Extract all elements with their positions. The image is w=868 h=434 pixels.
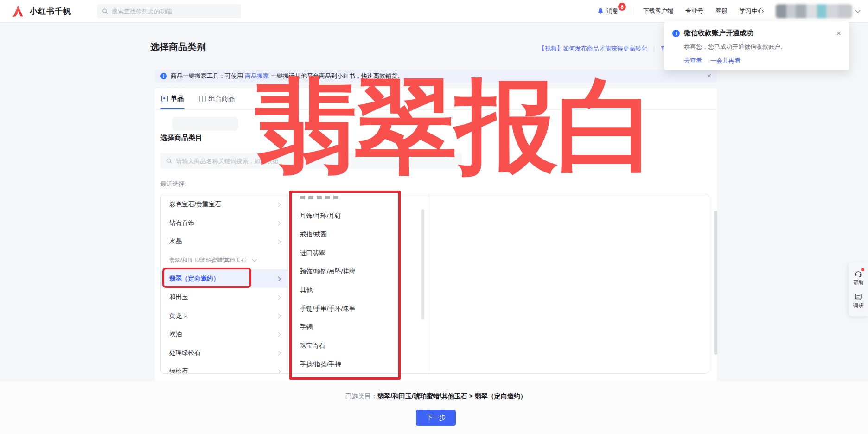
wechat-payment-toast: i 微信收款账户开通成功 × 恭喜您，您已成功开通微信收款账户。 去查看 一会儿… bbox=[664, 21, 849, 70]
tab-single-product[interactable]: 单品 bbox=[161, 88, 184, 109]
nav-learning-center[interactable]: 学习中心 bbox=[740, 7, 764, 15]
nav-download-client[interactable]: 下载客户端 bbox=[643, 7, 673, 15]
search-icon bbox=[166, 158, 172, 164]
category-item[interactable]: 其他 bbox=[288, 281, 429, 300]
migration-tool-banner: i 商品一键搬家工具：可使用 商品搬家 一键搬迁其他平台商品到小红书，快速高效铺… bbox=[155, 70, 717, 83]
level2-scrollbar[interactable] bbox=[421, 209, 424, 319]
chevron-right-icon bbox=[276, 313, 281, 318]
chevron-right-icon bbox=[276, 369, 281, 373]
messages-badge: 8 bbox=[618, 3, 626, 11]
category-group-label[interactable]: 翡翠/和田玉/琥珀蜜蜡/其他玉石 bbox=[161, 251, 287, 269]
chevron-right-icon bbox=[276, 239, 281, 244]
global-search-input[interactable] bbox=[112, 8, 236, 15]
toast-later-link[interactable]: 一会儿再看 bbox=[710, 57, 740, 65]
chevron-right-icon bbox=[276, 351, 281, 355]
tab-label: 单品 bbox=[171, 95, 184, 103]
category-item[interactable]: 戒指/戒圈 bbox=[288, 225, 429, 244]
toast-header: i 微信收款账户开通成功 × bbox=[672, 29, 841, 38]
page-scrollbar[interactable] bbox=[714, 211, 717, 355]
chevron-right-icon bbox=[276, 332, 281, 337]
nav-professional-account[interactable]: 专业号 bbox=[685, 7, 703, 15]
floating-side-tools: 帮助 调研 bbox=[849, 262, 868, 316]
banner-close-icon[interactable]: × bbox=[707, 72, 711, 80]
selected-category-label: 已选类目： bbox=[345, 392, 377, 400]
toast-body: 恭喜您，您已成功开通微信收款账户。 bbox=[684, 43, 841, 51]
toast-close-icon[interactable]: × bbox=[836, 29, 841, 38]
category-item[interactable]: 手镯 bbox=[288, 318, 429, 337]
video-help-link[interactable]: 【视频】如何发布商品才能获得更高转化 bbox=[539, 45, 647, 53]
user-account-menu[interactable] bbox=[776, 4, 860, 18]
selected-category-line: 已选类目：翡翠/和田玉/琥珀蜜蜡/其他玉石 > 翡翠（定向邀约） bbox=[155, 392, 717, 401]
category-item[interactable]: 绿松石 bbox=[161, 362, 287, 373]
category-item-selected[interactable]: 翡翠（定向邀约） bbox=[161, 269, 287, 288]
category-item[interactable]: 欧泊 bbox=[161, 325, 287, 344]
category-column-level3-empty bbox=[429, 194, 709, 373]
chevron-right-icon bbox=[276, 221, 281, 225]
brand-logo-icon bbox=[11, 4, 25, 18]
survey-label: 调研 bbox=[853, 302, 863, 309]
search-icon bbox=[102, 8, 108, 14]
banner-migration-link[interactable]: 商品搬家 bbox=[245, 72, 269, 80]
single-product-icon bbox=[161, 96, 168, 102]
main-panel: 单品 组合商品 选择商品类目 最近选择: 彩色宝石/贵重宝石 bbox=[155, 88, 717, 381]
help-button[interactable]: 帮助 bbox=[849, 266, 868, 289]
screen: 小红书千帆 消息 8 下载客户端 专业号 客服 学 bbox=[0, 0, 868, 434]
chevron-right-icon bbox=[276, 295, 281, 300]
recent-select-label: 最近选择: bbox=[160, 180, 186, 188]
next-step-button[interactable]: 下一步 bbox=[416, 410, 456, 426]
category-item[interactable]: 钻石首饰 bbox=[161, 214, 287, 232]
help-label: 帮助 bbox=[853, 279, 863, 286]
nav-divider bbox=[631, 7, 631, 15]
category-item[interactable]: 颈饰/项链/吊坠/挂牌 bbox=[288, 262, 429, 281]
category-item[interactable]: 手捻/指捻/手持 bbox=[288, 355, 429, 373]
category-item[interactable]: 手链/手串/手环/珠串 bbox=[288, 300, 429, 318]
tab-label: 组合商品 bbox=[209, 95, 235, 103]
level2-rows: 耳饰/耳环/耳钉 戒指/戒圈 进口翡翠 颈饰/项链/吊坠/挂牌 其他 手链/手串… bbox=[288, 207, 429, 373]
toast-view-link[interactable]: 去查看 bbox=[684, 57, 702, 65]
brand-title: 小红书千帆 bbox=[30, 6, 71, 17]
navbar-left: 小红书千帆 bbox=[0, 4, 241, 18]
banner-text-prefix: 商品一键搬家工具：可使用 bbox=[171, 72, 243, 80]
category-picker: 彩色宝石/贵重宝石 钻石首饰 水晶 翡翠/和田玉/琥珀蜜蜡/其他玉石 翡翠（定向… bbox=[160, 194, 709, 374]
messages-button[interactable]: 消息 8 bbox=[597, 7, 619, 15]
video-link-divider: ｜ bbox=[651, 45, 657, 53]
navbar-right: 消息 8 下载客户端 专业号 客服 学习中心 bbox=[597, 4, 868, 18]
nav-customer-service[interactable]: 客服 bbox=[715, 7, 728, 15]
tab-combo-product[interactable]: 组合商品 bbox=[199, 88, 235, 109]
banner-text-suffix: 一键搬迁其他平台商品到小红书，快速高效铺货。 bbox=[271, 72, 403, 80]
category-item[interactable]: 彩色宝石/贵重宝石 bbox=[161, 195, 287, 214]
survey-icon bbox=[854, 293, 862, 301]
category-item[interactable]: 和田玉 bbox=[161, 288, 287, 306]
chevron-right-icon bbox=[276, 202, 281, 207]
page-title: 选择商品类别 bbox=[150, 41, 206, 53]
chevron-right-icon bbox=[276, 276, 281, 281]
info-icon: i bbox=[160, 73, 167, 79]
category-column-level1: 彩色宝石/贵重宝石 钻石首饰 水晶 翡翠/和田玉/琥珀蜜蜡/其他玉石 翡翠（定向… bbox=[161, 194, 288, 373]
category-search-input[interactable] bbox=[176, 158, 456, 165]
tab-bar: 单品 组合商品 bbox=[155, 88, 717, 110]
category-item[interactable]: 黄龙玉 bbox=[161, 306, 287, 325]
category-item[interactable]: 水晶 bbox=[161, 232, 287, 251]
category-item[interactable]: 耳饰/耳环/耳钉 bbox=[288, 207, 429, 225]
top-navbar: 小红书千帆 消息 8 下载客户端 专业号 客服 学 bbox=[0, 0, 868, 22]
section-title: 选择商品类目 bbox=[160, 134, 202, 142]
info-icon: i bbox=[672, 30, 680, 37]
clipped-category-partial bbox=[300, 196, 340, 199]
combo-product-icon bbox=[199, 96, 206, 102]
category-item[interactable]: 进口翡翠 bbox=[288, 244, 429, 262]
category-search[interactable] bbox=[160, 153, 462, 169]
notification-dot bbox=[861, 268, 864, 271]
global-search[interactable] bbox=[97, 4, 241, 18]
video-help-row: 【视频】如何发布商品才能获得更高转化 ｜ 查 bbox=[539, 45, 667, 53]
chevron-down-icon bbox=[252, 257, 257, 262]
user-avatar-censored bbox=[776, 4, 852, 18]
selected-category-path: 翡翠/和田玉/琥珀蜜蜡/其他玉石 > 翡翠（定向邀约） bbox=[377, 392, 527, 400]
survey-button[interactable]: 调研 bbox=[849, 289, 868, 313]
toast-actions: 去查看 一会儿再看 bbox=[684, 57, 841, 65]
messages-label: 消息 bbox=[606, 7, 619, 15]
toast-title: 微信收款账户开通成功 bbox=[684, 29, 753, 38]
category-item[interactable]: 处理绿松石 bbox=[161, 344, 287, 362]
footer-bar: 已选类目：翡翠/和田玉/琥珀蜜蜡/其他玉石 > 翡翠（定向邀约） 下一步 bbox=[0, 381, 868, 434]
category-item[interactable]: 珠宝奇石 bbox=[288, 337, 429, 355]
bell-icon bbox=[597, 7, 604, 15]
